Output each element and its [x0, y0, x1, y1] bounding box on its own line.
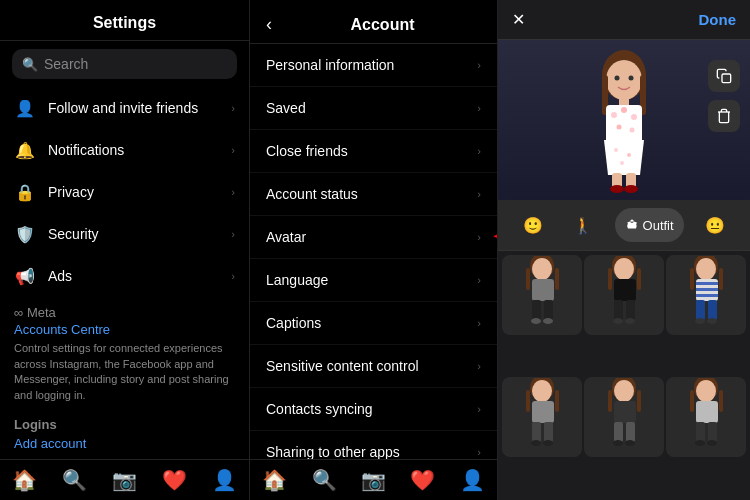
sidebar-item-security[interactable]: 🛡️ Security › — [0, 213, 249, 255]
search-placeholder: Search — [44, 56, 88, 72]
svg-point-9 — [621, 107, 627, 113]
svg-rect-65 — [614, 422, 623, 442]
account-item-sharing[interactable]: Sharing to other apps › — [250, 431, 497, 459]
account-item-sensitive[interactable]: Sensitive content control › — [250, 345, 497, 388]
chevron-icon: › — [477, 446, 481, 458]
right-panel: ✕ Done — [498, 0, 750, 500]
avatar-action-buttons — [708, 60, 740, 132]
back-button[interactable]: ‹ — [266, 14, 272, 35]
search-bar[interactable]: 🔍 Search — [12, 49, 237, 79]
outfit-tab-label: Outfit — [643, 218, 674, 233]
svg-rect-44 — [696, 282, 718, 285]
svg-rect-20 — [722, 74, 731, 83]
svg-rect-36 — [626, 300, 635, 320]
search-nav-icon[interactable]: 🔍 — [62, 468, 87, 492]
svg-rect-6 — [619, 98, 629, 106]
trash-button[interactable] — [708, 100, 740, 132]
svg-rect-25 — [532, 279, 554, 301]
tab-smiley[interactable]: 🙂 — [514, 208, 552, 242]
account-item-saved[interactable]: Saved › — [250, 87, 497, 130]
avatar-header: ✕ Done — [498, 0, 750, 40]
outfit-item-5[interactable] — [584, 377, 664, 457]
chevron-icon: › — [477, 403, 481, 415]
svg-point-19 — [624, 185, 638, 193]
chevron-icon: › — [477, 145, 481, 157]
privacy-icon: 🔒 — [14, 181, 36, 203]
tab-face[interactable]: 😐 — [696, 208, 734, 242]
outfit-avatar-6 — [679, 378, 734, 456]
home-nav-icon[interactable]: 🏠 — [12, 468, 37, 492]
chevron-icon: › — [231, 144, 235, 156]
svg-rect-41 — [690, 268, 694, 290]
svg-rect-54 — [555, 390, 559, 412]
svg-point-29 — [543, 318, 553, 324]
meta-description: Control settings for connected experienc… — [14, 341, 235, 403]
camera-nav-icon[interactable]: 📷 — [112, 468, 137, 492]
outfit-item-4[interactable] — [502, 377, 582, 457]
done-button[interactable]: Done — [699, 11, 737, 28]
sidebar-item-privacy[interactable]: 🔒 Privacy › — [0, 171, 249, 213]
accounts-centre-link[interactable]: Accounts Centre — [14, 322, 235, 337]
outfit-item-3[interactable] — [666, 255, 746, 335]
outfit-item-2[interactable] — [584, 255, 664, 335]
svg-point-77 — [707, 440, 717, 446]
left-panel: Settings 🔍 Search 👤 Follow and invite fr… — [0, 0, 250, 500]
sidebar-item-ads[interactable]: 📢 Ads › — [0, 255, 249, 295]
account-item-contacts[interactable]: Contacts syncing › — [250, 388, 497, 431]
menu-item-label: Close friends — [266, 143, 477, 159]
close-button[interactable]: ✕ — [512, 10, 525, 29]
heart-nav-icon[interactable]: ❤️ — [410, 468, 435, 492]
logins-section: Logins Add account — [0, 409, 249, 459]
svg-point-12 — [630, 128, 635, 133]
menu-item-label: Avatar — [266, 229, 477, 245]
account-item-status[interactable]: Account status › — [250, 173, 497, 216]
heart-nav-icon[interactable]: ❤️ — [162, 468, 187, 492]
svg-rect-47 — [696, 300, 705, 320]
svg-rect-45 — [696, 288, 718, 291]
account-item-captions[interactable]: Captions › — [250, 302, 497, 345]
outfit-item-1[interactable] — [502, 255, 582, 335]
svg-point-28 — [531, 318, 541, 324]
tab-outfit[interactable]: Outfit — [615, 208, 684, 242]
outfit-grid — [498, 251, 750, 500]
account-item-close-friends[interactable]: Close friends › — [250, 130, 497, 173]
svg-rect-53 — [526, 390, 530, 412]
svg-rect-26 — [532, 300, 541, 320]
svg-point-58 — [531, 440, 541, 446]
search-nav-icon[interactable]: 🔍 — [312, 468, 337, 492]
bottom-nav-middle: 🏠 🔍 📷 ❤️ 👤 — [250, 459, 497, 500]
camera-nav-icon[interactable]: 📷 — [361, 468, 386, 492]
profile-nav-icon[interactable]: 👤 — [460, 468, 485, 492]
svg-point-10 — [631, 114, 637, 120]
svg-rect-57 — [544, 422, 553, 442]
svg-rect-33 — [637, 268, 641, 290]
search-icon: 🔍 — [22, 57, 38, 72]
account-item-personal[interactable]: Personal information › — [250, 44, 497, 87]
svg-rect-55 — [532, 401, 554, 423]
svg-rect-73 — [696, 401, 718, 423]
middle-panel: ‹ Account Personal information › Saved ›… — [250, 0, 498, 500]
account-item-avatar[interactable]: Avatar › ➤ — [250, 216, 497, 259]
menu-item-label: Language — [266, 272, 477, 288]
account-title: Account — [284, 16, 481, 34]
svg-rect-34 — [614, 279, 636, 301]
svg-point-76 — [695, 440, 705, 446]
menu-item-label: Captions — [266, 315, 477, 331]
tab-figure[interactable]: 🚶 — [564, 208, 602, 242]
outfit-item-6[interactable] — [666, 377, 746, 457]
svg-point-13 — [614, 148, 618, 152]
copy-button[interactable] — [708, 60, 740, 92]
svg-rect-71 — [690, 390, 694, 412]
svg-point-38 — [625, 318, 635, 324]
home-nav-icon[interactable]: 🏠 — [262, 468, 287, 492]
svg-point-22 — [532, 258, 552, 280]
sidebar-item-notifications[interactable]: 🔔 Notifications › — [0, 129, 249, 171]
sidebar-item-label: Notifications — [48, 142, 219, 158]
svg-point-31 — [614, 258, 634, 280]
chevron-icon: › — [477, 317, 481, 329]
profile-nav-icon[interactable]: 👤 — [212, 468, 237, 492]
sidebar-item-follow[interactable]: 👤 Follow and invite friends › — [0, 87, 249, 129]
account-item-language[interactable]: Language › — [250, 259, 497, 302]
add-account-link[interactable]: Add account — [14, 436, 235, 451]
outfit-avatar-2 — [597, 256, 652, 334]
